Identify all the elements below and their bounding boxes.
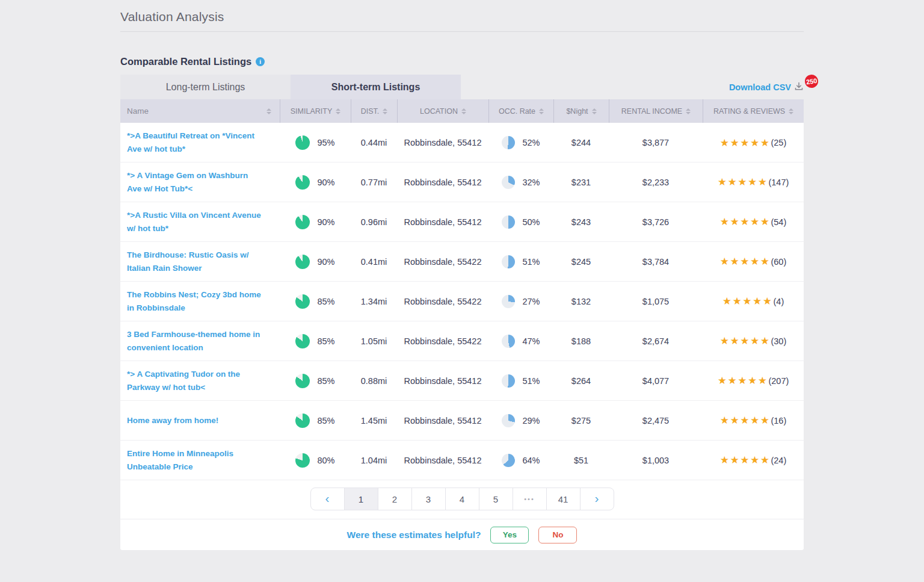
similarity-value: 95%	[317, 138, 334, 147]
column-header-name[interactable]: Name	[120, 99, 280, 123]
rental-income-value: $3,877	[642, 138, 669, 147]
occupancy-value: 27%	[522, 297, 540, 306]
distance-value: 0.88mi	[361, 376, 387, 386]
similarity-value: 85%	[317, 297, 334, 306]
column-header-dist[interactable]: DIST.	[351, 99, 397, 123]
column-header-rating-reviews[interactable]: RATING & REVIEWS	[703, 99, 804, 123]
occupancy-value: 32%	[522, 178, 540, 187]
sort-icon	[336, 108, 340, 114]
table-row: Entire Home in Minneapolis Unbeatable Pr…	[120, 441, 804, 480]
price-per-night-value: $245	[571, 257, 591, 267]
occupancy-value: 47%	[522, 336, 540, 346]
review-count: (4)	[773, 297, 784, 306]
similarity-value: 90%	[317, 178, 334, 187]
listing-name-link[interactable]: The Robbins Nest; Cozy 3bd home in Robbi…	[127, 288, 264, 315]
rental-income-value: $1,003	[642, 456, 669, 465]
table-row: *> A Captivating Tudor on the Parkway w/…	[120, 361, 804, 401]
table-row: The Birdhouse: Rustic Oasis w/ Italian R…	[120, 242, 804, 282]
rental-income-value: $1,075	[642, 297, 669, 306]
similarity-pie-chart	[295, 453, 310, 468]
listing-name-link[interactable]: *>A Rustic Villa on Vincent Avenue w/ ho…	[127, 209, 264, 235]
review-count: (25)	[771, 138, 786, 147]
listing-name-link[interactable]: Entire Home in Minneapolis Unbeatable Pr…	[127, 447, 264, 474]
info-icon[interactable]: i	[256, 57, 265, 66]
sort-icon	[539, 108, 544, 114]
star-rating-icons: ★★★★★	[720, 455, 771, 465]
similarity-value: 85%	[317, 416, 334, 426]
table-header-row: Name SIMILARITY DIST. LOCATION OCC. Rate…	[120, 99, 804, 123]
occupancy-value: 50%	[522, 217, 540, 227]
occupancy-pie-chart	[502, 136, 515, 149]
location-value: Robbinsdale, 55412	[404, 178, 482, 187]
price-per-night-value: $264	[571, 376, 591, 386]
listing-name-link[interactable]: 3 Bed Farmhouse-themed home in convenien…	[127, 328, 264, 354]
column-header-location[interactable]: LOCATION	[397, 99, 488, 123]
location-value: Robbinsdale, 55412	[404, 416, 482, 426]
table-row: Home away from home! 85% 1.45mi Robbinsd…	[120, 401, 804, 441]
review-count: (30)	[771, 336, 786, 346]
tab-short-term-listings[interactable]: Short-term Listings	[291, 75, 461, 99]
pager: ‹ 1 2 3 4 5 ••• 41 ›	[310, 488, 614, 510]
pagination-page-1[interactable]: 1	[344, 488, 378, 510]
review-count: (24)	[771, 456, 786, 465]
sort-icon	[461, 108, 466, 114]
distance-value: 1.05mi	[361, 336, 387, 346]
occupancy-pie-chart	[502, 414, 515, 427]
pagination-page-5[interactable]: 5	[479, 488, 513, 510]
occupancy-pie-chart	[502, 374, 515, 388]
similarity-value: 80%	[317, 456, 334, 465]
star-rating-icons: ★★★★★	[718, 177, 768, 187]
pagination-page-4[interactable]: 4	[445, 488, 479, 510]
listing-name-link[interactable]: The Birdhouse: Rustic Oasis w/ Italian R…	[127, 249, 264, 275]
column-header-occ-rate[interactable]: OCC. Rate	[488, 99, 553, 123]
pagination-page-2[interactable]: 2	[378, 488, 412, 510]
download-icon	[794, 82, 804, 94]
distance-value: 0.77mi	[361, 178, 387, 187]
feedback-yes-button[interactable]: Yes	[490, 527, 529, 543]
rental-income-value: $2,233	[642, 178, 669, 187]
column-header-night[interactable]: $Night	[553, 99, 609, 123]
pagination-prev-button[interactable]: ‹	[310, 488, 345, 510]
download-csv-button[interactable]: Download CSV 250	[729, 81, 804, 94]
table-row: The Robbins Nest; Cozy 3bd home in Robbi…	[120, 282, 804, 321]
rental-income-value: $2,475	[642, 416, 669, 426]
review-count: (60)	[771, 257, 786, 267]
pagination-next-button[interactable]: ›	[580, 488, 614, 510]
star-rating-icons: ★★★★★	[720, 217, 771, 227]
listings-tabbar: Long-term Listings Short-term Listings D…	[120, 75, 804, 99]
rental-income-value: $3,726	[642, 217, 669, 227]
location-value: Robbinsdale, 55412	[404, 376, 482, 386]
title-divider	[120, 31, 804, 32]
location-value: Robbinsdale, 55412	[404, 138, 482, 147]
sort-icon	[686, 108, 691, 114]
occupancy-value: 29%	[522, 416, 540, 426]
feedback-no-button[interactable]: No	[538, 527, 577, 543]
price-per-night-value: $275	[571, 416, 591, 426]
listing-name-link[interactable]: *> A Vintage Gem on Washburn Ave w/ Hot …	[127, 169, 264, 196]
pagination-page-41[interactable]: 41	[546, 488, 581, 510]
column-header-rental-income[interactable]: RENTAL INCOME	[609, 99, 703, 123]
occupancy-pie-chart	[502, 454, 515, 467]
section-title: Comparable Rental Listings	[120, 56, 251, 67]
price-per-night-value: $188	[571, 336, 591, 346]
pagination-ellipsis[interactable]: •••	[513, 488, 547, 510]
column-header-similarity[interactable]: SIMILARITY	[280, 99, 351, 123]
listing-name-link[interactable]: Home away from home!	[127, 414, 218, 427]
occupancy-value: 64%	[522, 456, 540, 465]
pagination-page-3[interactable]: 3	[411, 488, 446, 510]
price-per-night-value: $132	[571, 297, 591, 306]
similarity-pie-chart	[295, 135, 310, 150]
price-per-night-value: $243	[571, 217, 591, 227]
occupancy-pie-chart	[502, 215, 515, 229]
listing-name-link[interactable]: *>A Beautiful Retreat on *Vincent Ave w/…	[127, 129, 264, 156]
occupancy-pie-chart	[502, 176, 515, 189]
tabbar-spacer: Download CSV 250	[461, 75, 804, 99]
location-value: Robbinsdale, 55412	[404, 456, 482, 465]
rental-income-value: $2,674	[642, 336, 669, 346]
similarity-value: 90%	[317, 257, 334, 267]
star-rating-icons: ★★★★★	[720, 415, 771, 426]
similarity-pie-chart	[295, 175, 310, 190]
listing-name-link[interactable]: *> A Captivating Tudor on the Parkway w/…	[127, 368, 264, 394]
sort-icon	[789, 108, 793, 114]
tab-long-term-listings[interactable]: Long-term Listings	[120, 75, 291, 99]
